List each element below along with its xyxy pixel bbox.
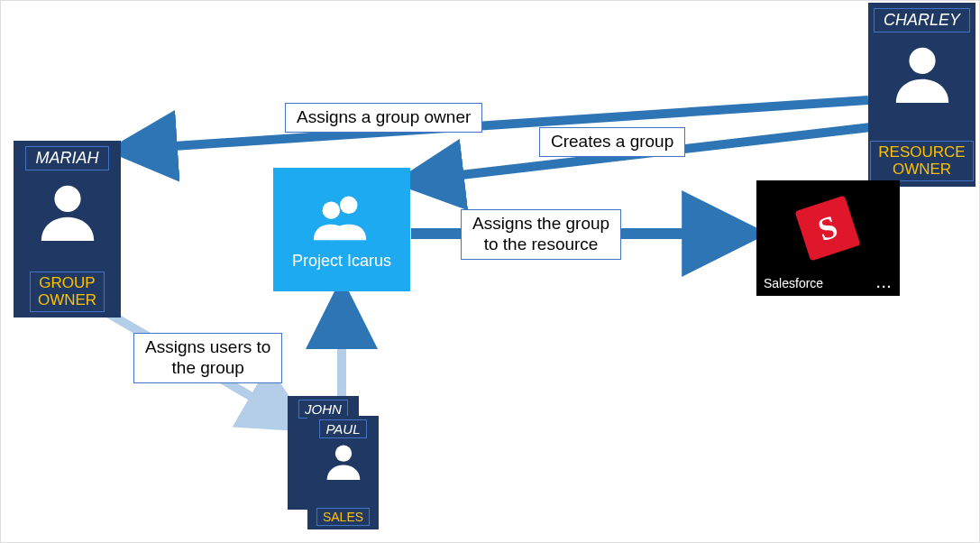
diagram-canvas: CHARLEY RESOURCEOWNER MARIAH GROUPOWNER …	[1, 1, 979, 542]
edge-label-assigns-to-resource: Assigns the groupto the resource	[461, 209, 621, 260]
more-icon: ...	[876, 276, 893, 290]
salesforce-logo-icon: S	[794, 195, 860, 261]
person-icon	[891, 40, 954, 103]
user-name: CHARLEY	[874, 8, 970, 32]
user-name: PAUL	[319, 419, 366, 438]
svg-point-7	[54, 186, 80, 212]
svg-line-0	[120, 100, 868, 150]
user-role: GROUPOWNER	[30, 272, 105, 312]
user-card-paul: PAUL SALES	[307, 416, 379, 529]
app-label: Salesforce	[764, 276, 823, 290]
user-card-charley: CHARLEY RESOURCEOWNER	[868, 3, 975, 187]
edge-label-assigns-owner: Assigns a group owner	[285, 103, 482, 133]
person-icon	[324, 440, 363, 483]
svg-point-10	[334, 446, 351, 462]
svg-point-6	[909, 48, 935, 74]
user-role: RESOURCEOWNER	[870, 141, 973, 181]
edge-label-creates-group: Creates a group	[539, 127, 685, 157]
svg-point-8	[340, 196, 357, 213]
user-name: MARIAH	[25, 146, 108, 170]
edge-label-assigns-users: Assigns users tothe group	[133, 333, 282, 383]
user-card-mariah: MARIAH GROUPOWNER	[14, 141, 121, 318]
person-icon	[36, 178, 99, 241]
app-tile-salesforce: S Salesforce ...	[756, 180, 900, 296]
group-tile: Project Icarus	[273, 168, 410, 291]
group-icon	[310, 189, 373, 246]
group-label: Project Icarus	[292, 252, 391, 271]
svg-point-9	[323, 201, 340, 218]
user-role: SALES	[316, 508, 370, 526]
